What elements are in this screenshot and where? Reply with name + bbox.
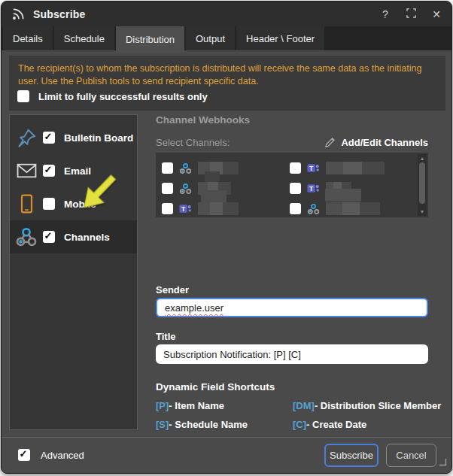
mobile-checkbox[interactable] bbox=[43, 198, 55, 210]
panel-heading: Channel Webhooks bbox=[156, 114, 428, 126]
sender-value: example.user bbox=[165, 302, 223, 314]
notice-box: The recipient(s) to whom the subscriptio… bbox=[9, 56, 445, 111]
channel-row[interactable]: T bbox=[162, 202, 290, 215]
advanced-label: Advanced bbox=[41, 450, 84, 461]
channel-webhooks-panel: Channel Webhooks Select Channels: Add/Ed… bbox=[156, 114, 428, 126]
select-channels-label: Select Channels: bbox=[156, 137, 230, 148]
sidebar-item-label: Bulletin Board bbox=[64, 132, 133, 144]
notice-text: The recipient(s) to whom the subscriptio… bbox=[18, 62, 436, 88]
webhook-icon bbox=[179, 183, 192, 195]
redacted-channel-name bbox=[326, 202, 380, 215]
shortcuts-heading: Dynamic Field Shortcuts bbox=[156, 381, 275, 393]
channel-list-scrollbar[interactable]: ▲ ▼ bbox=[418, 154, 427, 216]
pin-icon bbox=[10, 128, 43, 148]
svg-text:T: T bbox=[309, 164, 314, 171]
window-title: Subscribe bbox=[33, 8, 86, 20]
channels-checkbox[interactable] bbox=[43, 231, 55, 243]
subscribe-dialog: Subscribe ? ✕ Details Schedule Distribut… bbox=[1, 1, 452, 474]
channel-row[interactable] bbox=[162, 162, 290, 174]
pencil-icon bbox=[324, 137, 336, 148]
distribution-type-list: Bulletin Board Email bbox=[9, 114, 138, 430]
advanced-checkbox[interactable] bbox=[18, 449, 30, 461]
maximize-icon[interactable] bbox=[403, 8, 418, 20]
tab-schedule[interactable]: Schedule bbox=[54, 26, 114, 50]
scroll-up-icon[interactable]: ▲ bbox=[418, 155, 427, 162]
channel-checkbox[interactable] bbox=[290, 203, 301, 214]
shortcut-item: [C]- Create Date bbox=[293, 419, 369, 430]
shortcut-item: [DM]- Distribution Slice Member bbox=[293, 400, 444, 411]
channel-checkbox[interactable] bbox=[162, 183, 173, 194]
title-bar: Subscribe ? ✕ bbox=[2, 2, 451, 26]
dialog-footer: Advanced Subscribe Cancel bbox=[2, 437, 451, 473]
help-icon[interactable]: ? bbox=[378, 8, 393, 20]
svg-text:T: T bbox=[181, 205, 186, 212]
title-input[interactable]: Subscription Notification: [P] [C] bbox=[156, 344, 428, 364]
tab-bar: Details Schedule Distribution Output Hea… bbox=[2, 26, 451, 50]
channel-checkbox[interactable] bbox=[162, 203, 173, 214]
email-checkbox[interactable] bbox=[43, 165, 55, 177]
scrollbar-thumb[interactable] bbox=[419, 162, 425, 204]
redacted-channel-name bbox=[198, 202, 239, 215]
title-label: Title bbox=[156, 331, 176, 342]
channel-row[interactable]: T bbox=[290, 162, 410, 174]
svg-text:T: T bbox=[309, 184, 314, 192]
tab-output[interactable]: Output bbox=[186, 26, 235, 50]
limit-results-label: Limit to fully successful results only bbox=[38, 91, 208, 102]
sidebar-item-label: Channels bbox=[64, 232, 110, 243]
teams-icon: T bbox=[179, 203, 192, 215]
channel-row[interactable] bbox=[290, 202, 410, 215]
resize-grip-icon[interactable] bbox=[438, 456, 447, 469]
mobile-icon bbox=[10, 194, 43, 214]
redacted-channel-name bbox=[326, 162, 385, 174]
add-edit-channels-link[interactable]: Add/Edit Channels bbox=[324, 137, 428, 148]
channel-checkbox[interactable] bbox=[162, 162, 173, 174]
scroll-down-icon[interactable]: ▼ bbox=[418, 208, 427, 215]
webhook-icon bbox=[10, 226, 43, 247]
sidebar-item-bulletin-board[interactable]: Bulletin Board bbox=[10, 121, 137, 154]
shortcut-item: [S]- Schedule Name bbox=[156, 419, 251, 430]
sidebar-item-channels[interactable]: Channels bbox=[10, 220, 137, 253]
feed-icon bbox=[11, 7, 26, 21]
sender-label: Sender bbox=[156, 284, 189, 296]
teams-icon: T bbox=[307, 162, 320, 174]
tab-header-footer[interactable]: Header \ Footer bbox=[236, 26, 324, 50]
close-icon[interactable]: ✕ bbox=[429, 8, 444, 20]
subscribe-button[interactable]: Subscribe bbox=[324, 444, 379, 467]
email-icon bbox=[10, 163, 43, 178]
cancel-button[interactable]: Cancel bbox=[386, 444, 436, 467]
webhook-icon bbox=[179, 162, 192, 174]
teams-icon: T bbox=[307, 183, 320, 195]
sender-input[interactable]: example.user bbox=[156, 298, 428, 317]
channel-list: T T T bbox=[156, 153, 428, 217]
shortcut-item: [P]- Item Name bbox=[156, 400, 227, 411]
bulletin-board-checkbox[interactable] bbox=[43, 132, 55, 144]
tab-content: The recipient(s) to whom the subscriptio… bbox=[2, 50, 451, 438]
tab-details[interactable]: Details bbox=[3, 26, 53, 50]
limit-results-checkbox[interactable] bbox=[17, 90, 29, 102]
channel-checkbox[interactable] bbox=[290, 183, 301, 194]
tab-distribution[interactable]: Distribution bbox=[116, 26, 184, 53]
title-value: Subscription Notification: [P] [C] bbox=[163, 349, 301, 360]
webhook-icon bbox=[307, 203, 320, 215]
channel-checkbox[interactable] bbox=[290, 162, 301, 174]
